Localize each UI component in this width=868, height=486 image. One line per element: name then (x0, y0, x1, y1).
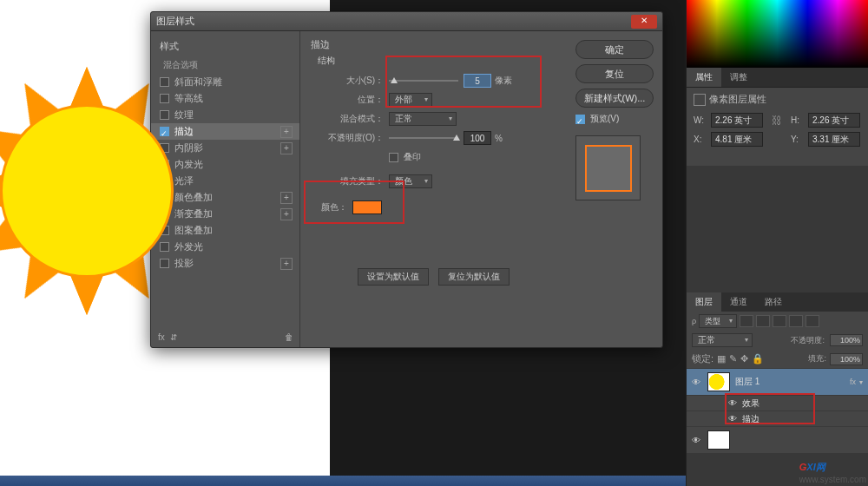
style-checkbox[interactable] (160, 110, 169, 120)
filter-text-icon[interactable] (773, 315, 786, 327)
width-input[interactable] (711, 113, 763, 128)
style-item-4[interactable]: 内阴影+ (151, 140, 299, 156)
add-icon[interactable]: + (280, 208, 293, 220)
overprint-label: 叠印 (404, 151, 421, 163)
watermark: GXI网 www.system.com (799, 455, 866, 484)
style-item-9[interactable]: 图案叠加 (151, 222, 299, 239)
layer-item-1[interactable]: 👁 图层 1 fx ▾ (687, 368, 868, 395)
close-icon[interactable]: ✕ (631, 15, 657, 29)
position-label: 位置： (311, 94, 389, 106)
fx-icon[interactable]: fx (158, 332, 165, 342)
position-dropdown[interactable]: 外部 (389, 93, 432, 107)
lock-trans-icon[interactable]: ▦ (717, 353, 726, 364)
add-icon[interactable]: + (280, 126, 293, 138)
y-input[interactable] (808, 132, 860, 147)
reset-default-button[interactable]: 复位为默认值 (438, 268, 510, 286)
tab-properties[interactable]: 属性 (687, 68, 721, 87)
filter-smart-icon[interactable] (806, 315, 819, 327)
layer-thumbnail[interactable] (707, 372, 730, 391)
layer-opacity-label: 不透明度: (791, 335, 825, 346)
layer-opacity-input[interactable] (830, 334, 863, 346)
lock-all-icon[interactable]: 🔒 (752, 353, 764, 364)
color-picker[interactable] (687, 0, 868, 68)
style-item-3[interactable]: 描边+ (151, 123, 299, 140)
layer-thumbnail[interactable] (707, 430, 730, 450)
style-label: 图案叠加 (174, 224, 213, 237)
size-slider[interactable] (389, 80, 458, 82)
x-input[interactable] (711, 132, 763, 147)
style-item-5[interactable]: 内发光 (151, 156, 299, 173)
fx-badge[interactable]: fx (850, 378, 856, 386)
layer-item-bg[interactable]: 👁 (687, 426, 868, 453)
blend-mode-dropdown[interactable]: 正常 (389, 112, 457, 126)
filter-adjust-icon[interactable] (756, 315, 770, 327)
lock-pos-icon[interactable]: ✥ (740, 353, 748, 364)
w-label: W: (694, 115, 711, 125)
trash-icon[interactable]: 🗑 (285, 332, 293, 342)
style-checkbox[interactable] (160, 259, 169, 268)
blending-options[interactable]: 混合选项 (151, 56, 299, 74)
ok-button[interactable]: 确定 (575, 40, 654, 59)
layer-stroke-effect[interactable]: 👁 描边 (687, 410, 868, 426)
visibility-icon[interactable]: 👁 (728, 398, 739, 408)
right-dock: 属性 调整 像素图层属性 W: ⛓ H: X: ⛓ Y: 图层 通道 路径 (686, 0, 868, 486)
visibility-icon[interactable]: 👁 (692, 436, 702, 445)
dialog-titlebar[interactable]: 图层样式 ✕ (151, 12, 662, 31)
collapse-icon[interactable]: ▾ (859, 378, 863, 386)
layer-effects[interactable]: 👁 效果 (687, 395, 868, 410)
link-icon[interactable]: ⛓ (772, 115, 782, 127)
style-item-11[interactable]: 投影+ (151, 255, 299, 272)
height-input[interactable] (808, 113, 860, 128)
add-icon[interactable]: + (280, 142, 293, 154)
blend-mode-label: 混合模式： (311, 113, 389, 125)
layers-panel: 图层 通道 路径 ρ 类型 正常 不透明度: 锁定: ▦ ✎ ✥ 🔒 填充: (687, 292, 868, 453)
h-label: H: (791, 115, 808, 125)
x-label: X: (694, 135, 711, 144)
structure-label: 结构 (318, 55, 556, 67)
size-input[interactable] (464, 74, 491, 88)
new-style-button[interactable]: 新建样式(W)... (575, 89, 654, 108)
opacity-input[interactable] (464, 131, 491, 145)
add-icon[interactable]: + (280, 258, 293, 270)
style-item-10[interactable]: 外发光 (151, 239, 299, 255)
tab-channels[interactable]: 通道 (721, 292, 756, 312)
color-swatch[interactable] (352, 200, 382, 214)
layer-blend-dropdown[interactable]: 正常 (692, 333, 753, 347)
overprint-checkbox[interactable] (389, 153, 398, 162)
dialog-title: 图层样式 (156, 15, 631, 28)
style-checkbox[interactable] (160, 242, 169, 252)
style-item-2[interactable]: 纹理 (151, 107, 299, 123)
style-checkbox[interactable] (160, 94, 169, 103)
settings-pane: 描边 结构 大小(S)： 像素 位置： 外部 混合模式： 正常 不透明度(O)： (300, 31, 567, 347)
style-item-0[interactable]: 斜面和浮雕 (151, 74, 299, 90)
style-label: 内发光 (174, 158, 203, 171)
visibility-icon[interactable]: 👁 (728, 414, 739, 424)
fill-type-dropdown[interactable]: 颜色 (389, 174, 432, 188)
tab-paths[interactable]: 路径 (756, 292, 791, 312)
filter-shape-icon[interactable] (789, 315, 803, 327)
opacity-slider[interactable] (389, 137, 458, 139)
filter-type-dropdown[interactable]: 类型 (699, 314, 737, 328)
reset-button[interactable]: 复位 (575, 64, 654, 83)
visibility-icon[interactable]: 👁 (692, 378, 702, 387)
filter-pixel-icon[interactable] (740, 315, 753, 327)
dialog-buttons: 确定 复位 新建样式(W)... 预览(V) (567, 31, 662, 347)
stroke-effect-label: 描边 (742, 413, 760, 425)
style-checkbox[interactable] (160, 127, 169, 136)
y-label: Y: (791, 135, 808, 144)
tab-layers[interactable]: 图层 (687, 292, 721, 312)
set-default-button[interactable]: 设置为默认值 (358, 268, 429, 286)
style-label: 投影 (174, 257, 194, 270)
props-title: 像素图层属性 (709, 93, 766, 106)
layer-name[interactable]: 图层 1 (735, 376, 850, 388)
style-checkbox[interactable] (160, 77, 169, 87)
up-down-icon[interactable]: ⇵ (170, 332, 177, 342)
style-item-1[interactable]: 等高线 (151, 90, 299, 107)
style-item-8[interactable]: 渐变叠加+ (151, 206, 299, 222)
preview-checkbox[interactable] (575, 115, 585, 124)
lock-paint-icon[interactable]: ✎ (729, 353, 737, 364)
tab-adjustments[interactable]: 调整 (721, 68, 756, 87)
add-icon[interactable]: + (280, 192, 293, 204)
fill-input[interactable] (830, 353, 863, 365)
properties-panel: 像素图层属性 W: ⛓ H: X: ⛓ Y: (687, 88, 868, 166)
